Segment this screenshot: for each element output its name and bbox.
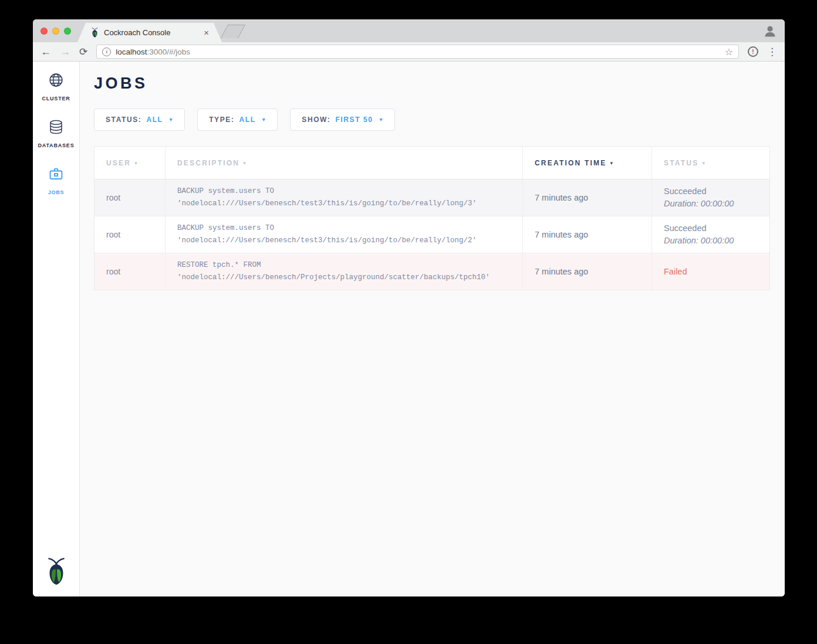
column-header-creation-time[interactable]: CREATION TIME▾ [523,147,652,179]
jobs-table: USER▾ DESCRIPTION▾ CREATION TIME▾ STATUS… [94,146,770,290]
chevron-down-icon: ▾ [380,116,384,123]
status-duration: Duration: 00:00:00 [664,198,769,210]
minimize-window-button[interactable] [52,28,59,35]
browser-menu-icon[interactable]: ⋮ [767,46,777,58]
job-status: Failed [652,253,770,290]
close-window-button[interactable] [40,28,48,35]
filter-label: TYPE: [209,116,234,124]
job-description: BACKUP system.users TO 'nodelocal:///Use… [166,179,523,216]
job-user: root [94,216,166,253]
job-status: Succeeded Duration: 00:00:00 [652,216,770,253]
filter-label: SHOW: [302,116,330,124]
filter-value: ALL [239,116,256,124]
url-bar[interactable]: i localhost:3000/#/jobs ☆ [96,45,739,59]
sidebar-item-label: CLUSTER [42,96,70,101]
sidebar-item-cluster[interactable]: CLUSTER [33,72,79,119]
page-info-icon[interactable]: i [102,48,111,56]
sidebar-item-jobs[interactable]: JOBS [33,166,79,213]
url-host: localhost [116,48,147,56]
back-icon[interactable]: ← [40,46,51,57]
sort-arrow-icon: ▾ [610,160,614,166]
status-filter-dropdown[interactable]: STATUS: ALL ▾ [94,109,185,131]
job-creation-time: 7 minutes ago [523,253,652,290]
profile-avatar-icon[interactable] [763,24,777,38]
job-description: BACKUP system.users TO 'nodelocal:///Use… [166,216,523,253]
sidebar-item-databases[interactable]: DATABASES [33,119,79,166]
briefcase-icon [48,166,64,184]
database-icon [48,119,64,137]
table-row: root BACKUP system.users TO 'nodelocal:/… [94,179,770,216]
sidebar: CLUSTER DATABASES [33,62,80,596]
status-label: Failed [664,266,769,278]
favicon-cockroach-icon [90,28,99,38]
job-creation-time: 7 minutes ago [523,179,652,216]
show-filter-dropdown[interactable]: SHOW: FIRST 50 ▾ [290,109,395,131]
chevron-down-icon: ▾ [262,116,266,123]
filter-value: ALL [146,116,163,124]
status-label: Succeeded [664,222,769,235]
table-row: root RESTORE tpch.* FROM 'nodelocal:///U… [94,253,770,290]
filter-label: STATUS: [106,116,141,124]
close-tab-icon[interactable]: × [204,28,209,37]
extension-icon[interactable]: ! [748,46,758,57]
browser-window: Cockroach Console × ← → ⟳ i localhost:30… [33,19,785,596]
traffic-lights [40,28,71,35]
type-filter-dropdown[interactable]: TYPE: ALL ▾ [197,109,278,131]
filter-bar: STATUS: ALL ▾ TYPE: ALL ▾ SHOW: FIRST 50… [94,109,769,131]
column-header-description[interactable]: DESCRIPTION▾ [166,147,523,179]
job-creation-time: 7 minutes ago [523,216,652,253]
job-description: RESTORE tpch.* FROM 'nodelocal:///Users/… [166,253,523,290]
status-duration: Duration: 00:00:00 [664,235,769,247]
page-title: JOBS [94,74,769,93]
app-content: CLUSTER DATABASES [33,62,785,596]
sidebar-item-label: DATABASES [38,143,75,148]
forward-icon: → [60,46,70,57]
job-user: root [94,179,166,216]
chevron-down-icon: ▾ [170,116,174,123]
new-tab-button[interactable] [221,25,245,38]
column-header-status[interactable]: STATUS▾ [652,147,770,179]
table-header-row: USER▾ DESCRIPTION▾ CREATION TIME▾ STATUS… [94,147,770,179]
browser-tab[interactable]: Cockroach Console × [77,23,222,42]
tab-strip: Cockroach Console × [33,19,785,42]
status-label: Succeeded [664,185,769,198]
job-user: root [94,253,166,290]
browser-toolbar: ← → ⟳ i localhost:3000/#/jobs ☆ ! ⋮ [33,42,785,62]
job-status: Succeeded Duration: 00:00:00 [652,179,770,216]
reload-icon[interactable]: ⟳ [79,47,87,57]
jobs-page: JOBS STATUS: ALL ▾ TYPE: ALL ▾ SHOW: FIR… [80,62,785,596]
sort-arrow-icon: ▾ [243,160,247,166]
bookmark-star-icon[interactable]: ☆ [725,46,733,57]
url-path: :3000/#/jobs [147,48,191,56]
tab-title: Cockroach Console [104,28,199,37]
zoom-window-button[interactable] [64,28,71,35]
cockroach-logo-icon [45,557,67,588]
table-row: root BACKUP system.users TO 'nodelocal:/… [94,216,770,253]
globe-icon [48,72,64,90]
sort-arrow-icon: ▾ [702,160,706,166]
column-header-user[interactable]: USER▾ [94,147,166,179]
filter-value: FIRST 50 [335,116,373,124]
sort-arrow-icon: ▾ [134,160,139,166]
sidebar-item-label: JOBS [48,189,65,195]
url-text[interactable]: localhost:3000/#/jobs [116,48,720,56]
